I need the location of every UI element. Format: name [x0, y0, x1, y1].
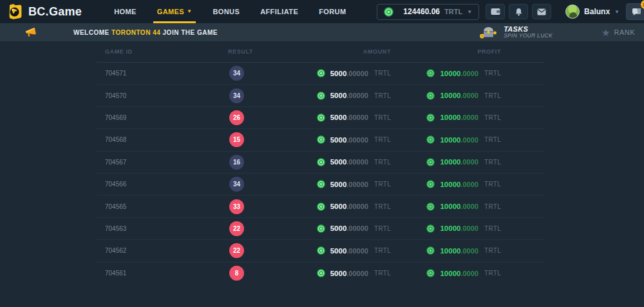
table-row[interactable]: 704567 16 5000 .00000 TRTL — [97, 152, 544, 173]
amount-integer: 5000 — [330, 247, 347, 255]
welcome-username: TORONTON 44 — [111, 29, 160, 36]
profit-cell: 10000 .0000 TRTL — [394, 114, 504, 122]
messages-button[interactable] — [532, 4, 551, 19]
result-badge: 34 — [229, 88, 244, 103]
announcement-bar: WELCOME TORONTON 44 JOIN THE GAME TASKS … — [0, 23, 644, 41]
profit-integer: 10000 — [440, 136, 460, 144]
col-header-result: RESULT — [222, 48, 283, 55]
trtl-coin-icon — [317, 92, 325, 100]
profit-cell: 10000 .0000 TRTL — [394, 158, 504, 166]
table-row[interactable]: 704568 15 5000 .00000 TRTL — [97, 129, 544, 151]
trtl-coin-icon — [317, 69, 325, 77]
profit-integer: 10000 — [440, 70, 460, 77]
chat-button[interactable]: 10 — [626, 3, 644, 20]
table-row[interactable]: 704570 34 5000 .00000 TRTL — [97, 84, 544, 106]
result-badge: 33 — [229, 199, 244, 214]
table-row[interactable]: 704563 22 5000 .00000 TRTL — [97, 218, 544, 240]
user-menu[interactable]: Balunx ▼ — [565, 5, 620, 19]
amount-integer: 5000 — [330, 270, 347, 277]
chevron-down-icon: ▼ — [187, 9, 192, 14]
bell-icon — [515, 8, 523, 16]
amount-cell: 5000 .00000 TRTL — [283, 92, 394, 100]
amount-decimals: .00000 — [346, 92, 368, 99]
amount-integer: 5000 — [330, 114, 347, 121]
amount-cell: 5000 .00000 TRTL — [283, 203, 394, 211]
balance-value: 124460.06 — [403, 7, 440, 16]
profit-currency: TRTL — [484, 247, 501, 254]
trtl-coin-icon — [426, 180, 435, 188]
table-row[interactable]: 704571 34 5000 .00000 TRTL — [97, 63, 544, 84]
amount-decimals: .00000 — [346, 114, 368, 121]
chevron-down-icon: ▼ — [467, 9, 472, 15]
profit-cell: 10000 .0000 TRTL — [394, 203, 504, 211]
profit-cell: 10000 .0000 TRTL — [394, 246, 504, 255]
amount-integer: 5000 — [330, 203, 347, 210]
table-row[interactable]: 704561 8 5000 .00000 TRTL — [97, 262, 544, 284]
chevron-down-icon: ▼ — [614, 9, 620, 15]
nav-item-affiliate[interactable]: AFFILIATE — [250, 0, 308, 23]
amount-decimals: .00000 — [346, 136, 368, 144]
table-row[interactable]: 704562 22 5000 .00000 TRTL — [97, 240, 544, 262]
profit-decimals: .0000 — [460, 203, 478, 210]
profit-decimals: .0000 — [460, 270, 478, 277]
trtl-coin-icon — [426, 92, 435, 100]
amount-decimals: .00000 — [346, 270, 368, 277]
profit-decimals: .0000 — [460, 92, 478, 99]
tasks-subtitle: SPIN YOUR LUCK — [504, 33, 553, 39]
brand-logo[interactable]: BC.Game — [6, 3, 82, 20]
profit-integer: 10000 — [440, 158, 460, 166]
game-id: 704563 — [97, 225, 222, 232]
game-id: 704567 — [97, 159, 222, 166]
amount-cell: 5000 .00000 TRTL — [283, 158, 394, 166]
notifications-button[interactable] — [509, 4, 528, 19]
amount-decimals: .00000 — [346, 158, 368, 166]
col-header-amount: AMOUNT — [283, 48, 394, 55]
tasks-link[interactable]: TASKS SPIN YOUR LUCK — [478, 25, 553, 40]
profit-currency: TRTL — [484, 225, 501, 232]
profit-cell: 10000 .0000 TRTL — [394, 92, 504, 100]
balance-currency: TRTL — [444, 8, 462, 15]
nav-item-forum[interactable]: FORUM — [308, 0, 356, 23]
brand-name: BC.Game — [28, 5, 82, 19]
amount-currency: TRTL — [374, 270, 391, 277]
result-badge: 34 — [229, 177, 244, 192]
nav-item-bonus[interactable]: BONUS — [202, 0, 250, 23]
trtl-coin-icon — [426, 135, 435, 144]
game-id: 704570 — [97, 92, 222, 99]
result-badge: 22 — [229, 243, 244, 258]
profit-decimals: .0000 — [460, 136, 478, 144]
table-row[interactable]: 704569 26 5000 .00000 TRTL — [97, 107, 544, 129]
amount-decimals: .00000 — [346, 224, 368, 232]
amount-decimals: .00000 — [346, 247, 368, 255]
col-header-game-id: GAME ID — [97, 48, 222, 55]
rank-link[interactable]: ★ RANK — [601, 28, 635, 37]
result-badge: 8 — [229, 266, 244, 281]
profit-cell: 10000 .0000 TRTL — [394, 69, 504, 77]
balance-selector[interactable]: 124460.06 TRTL ▼ — [377, 4, 479, 20]
amount-currency: TRTL — [374, 70, 391, 77]
nav-item-home[interactable]: HOME — [104, 0, 147, 23]
amount-currency: TRTL — [374, 159, 391, 166]
profit-currency: TRTL — [484, 70, 501, 77]
wallet-button[interactable] — [486, 4, 505, 19]
trtl-coin-icon — [317, 246, 325, 255]
game-id: 704565 — [97, 203, 222, 210]
profit-decimals: .0000 — [460, 247, 478, 255]
nav-item-games[interactable]: GAMES ▼ — [147, 0, 203, 23]
profit-cell: 10000 .0000 TRTL — [394, 180, 504, 188]
amount-cell: 5000 .00000 TRTL — [283, 114, 394, 122]
profit-decimals: .0000 — [460, 181, 478, 188]
profit-decimals: .0000 — [460, 158, 478, 166]
amount-cell: 5000 .00000 TRTL — [283, 135, 394, 144]
profit-cell: 10000 .0000 TRTL — [394, 224, 504, 233]
table-row[interactable]: 704566 34 5000 .00000 TRTL — [97, 173, 544, 195]
profit-currency: TRTL — [484, 114, 501, 121]
chat-icon — [632, 8, 641, 16]
trtl-coin-icon — [317, 158, 325, 166]
result-badge: 22 — [229, 221, 244, 236]
main-nav: HOME GAMES ▼ BONUS AFFILIATE FORUM — [104, 0, 356, 23]
profit-currency: TRTL — [484, 159, 501, 166]
trtl-coin-icon — [426, 246, 435, 255]
table-row[interactable]: 704565 33 5000 .00000 TRTL — [97, 195, 544, 217]
table-body: 704571 34 5000 .00000 TRTL — [97, 63, 544, 284]
